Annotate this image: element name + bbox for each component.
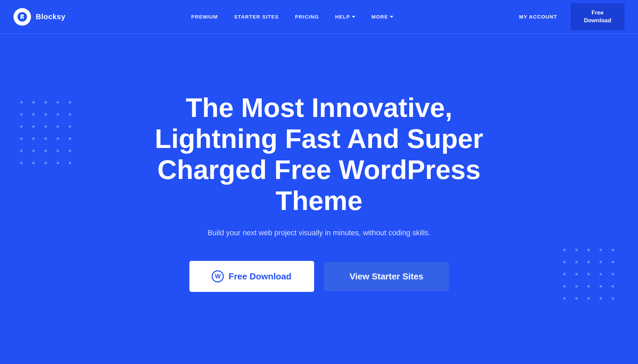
decorative-dots-right <box>563 249 618 303</box>
navbar: Blocksy PREMIUM STARTER SITES PRICING HE… <box>0 0 638 34</box>
wordpress-logo-icon: W <box>212 270 224 282</box>
brand-logo-icon[interactable] <box>13 8 31 26</box>
nav-item-more[interactable]: MORE <box>371 14 393 20</box>
hero-free-download-button[interactable]: W Free Download <box>189 261 314 292</box>
nav-link-starter-sites[interactable]: STARTER SITES <box>234 14 279 20</box>
navbar-right: MY ACCOUNT Free Download <box>519 3 625 30</box>
nav-item-help[interactable]: HELP <box>335 14 355 20</box>
brand-name: Blocksy <box>36 12 65 21</box>
hero-section: The Most Innovative, Lightning Fast And … <box>0 34 638 364</box>
nav-link-more[interactable]: MORE <box>371 14 393 20</box>
nav-free-download-button[interactable]: Free Download <box>571 3 625 30</box>
chevron-down-icon <box>352 16 355 18</box>
my-account-link[interactable]: MY ACCOUNT <box>519 14 557 20</box>
nav-link-help[interactable]: HELP <box>335 14 355 20</box>
free-download-label: Free Download <box>229 271 291 282</box>
brand: Blocksy <box>13 8 65 26</box>
nav-item-starter-sites[interactable]: STARTER SITES <box>234 14 279 20</box>
main-nav: PREMIUM STARTER SITES PRICING HELP MORE <box>191 14 393 20</box>
hero-title: The Most Innovative, Lightning Fast And … <box>134 92 505 216</box>
hero-cta-buttons: W Free Download View Starter Sites <box>189 261 449 292</box>
nav-link-pricing[interactable]: PRICING <box>295 14 319 20</box>
hero-subtitle: Build your next web project visually in … <box>208 229 431 237</box>
nav-link-premium[interactable]: PREMIUM <box>191 14 218 20</box>
decorative-dots-left <box>20 101 75 168</box>
nav-item-premium[interactable]: PREMIUM <box>191 14 218 20</box>
chevron-down-icon-more <box>390 16 393 18</box>
hero-view-starter-sites-button[interactable]: View Starter Sites <box>324 262 449 291</box>
nav-item-pricing[interactable]: PRICING <box>295 14 319 20</box>
